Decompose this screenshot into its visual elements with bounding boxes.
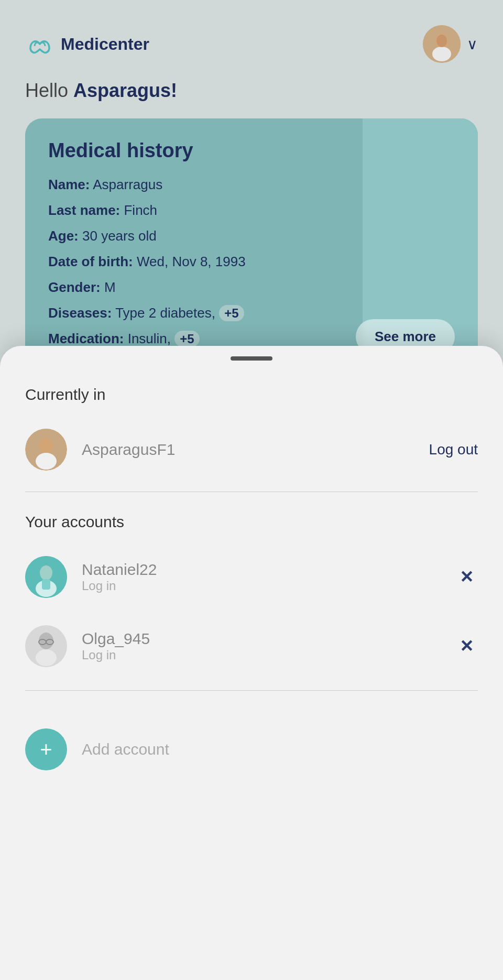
- remove-olga-button[interactable]: ✕: [455, 632, 478, 660]
- medical-history-card: Medical history Name: Asparragus Last na…: [25, 118, 478, 375]
- account-avatar-olga: [25, 625, 67, 667]
- svg-point-5: [39, 438, 53, 454]
- svg-point-13: [36, 649, 57, 666]
- current-user-row: AsparagusF1 Log out: [0, 420, 503, 487]
- header-avatar[interactable]: [423, 25, 461, 63]
- svg-point-3: [436, 35, 447, 47]
- account-avatar-nataniel: [25, 556, 67, 598]
- app-name: Medicenter: [61, 35, 149, 54]
- card-title: Medical history: [48, 139, 455, 162]
- current-user-avatar: [25, 429, 67, 471]
- currently-in-label: Currently in: [0, 386, 503, 404]
- logo: Medicenter: [25, 34, 149, 55]
- svg-rect-10: [42, 579, 50, 590]
- account-name-olga: Olga_945: [82, 630, 441, 648]
- avatar-image: [423, 25, 461, 63]
- add-account-row[interactable]: + Add account: [0, 712, 503, 787]
- greeting: Hello Asparagus!: [0, 75, 503, 118]
- header-right: ∨: [423, 25, 478, 63]
- add-account-label: Add account: [82, 741, 169, 758]
- sheet-handle[interactable]: [231, 356, 272, 361]
- field-gender: Gender: M: [48, 277, 455, 298]
- current-username: AsparagusF1: [82, 441, 414, 459]
- account-name-nataniel: Nataniel22: [82, 561, 441, 579]
- account-row-nataniel: Nataniel22 Log in ✕: [0, 548, 503, 617]
- account-info-olga: Olga_945 Log in: [82, 630, 441, 662]
- divider-1: [25, 492, 478, 492]
- field-age: Age: 30 years old: [48, 226, 455, 246]
- diseases-badge: +5: [219, 305, 244, 321]
- logo-icon: [25, 34, 54, 55]
- svg-point-8: [40, 565, 52, 580]
- add-icon: +: [40, 739, 52, 760]
- background-page: Medicenter ∨ Hello Asparagus! Medical hi…: [0, 0, 503, 980]
- account-login-nataniel[interactable]: Log in: [82, 579, 441, 593]
- card-content: Medical history Name: Asparragus Last na…: [48, 139, 455, 349]
- field-name: Name: Asparragus: [48, 175, 455, 195]
- account-login-olga[interactable]: Log in: [82, 648, 441, 662]
- medication-badge: +5: [174, 331, 199, 347]
- account-avatar-nataniel-image: [25, 556, 67, 598]
- current-user-avatar-image: [25, 429, 67, 471]
- your-accounts-label: Your accounts: [0, 513, 503, 531]
- greeting-prefix: Hello: [25, 80, 73, 101]
- dropdown-chevron-icon[interactable]: ∨: [467, 36, 478, 53]
- field-dob: Date of birth: Wed, Nov 8, 1993: [48, 252, 455, 272]
- divider-2: [25, 690, 478, 691]
- account-row-olga: Olga_945 Log in ✕: [0, 617, 503, 686]
- svg-point-2: [432, 47, 451, 61]
- svg-point-6: [36, 453, 57, 470]
- bottom-sheet: Currently in AsparagusF1 Log out Your ac…: [0, 346, 503, 980]
- add-account-button[interactable]: +: [25, 728, 67, 770]
- account-avatar-olga-image: [25, 625, 67, 667]
- field-lastname: Last name: Finch: [48, 200, 455, 221]
- greeting-name: Asparagus!: [73, 80, 177, 101]
- account-info-nataniel: Nataniel22 Log in: [82, 561, 441, 593]
- logout-button[interactable]: Log out: [429, 441, 478, 458]
- header: Medicenter ∨: [0, 0, 503, 75]
- remove-nataniel-button[interactable]: ✕: [455, 563, 478, 591]
